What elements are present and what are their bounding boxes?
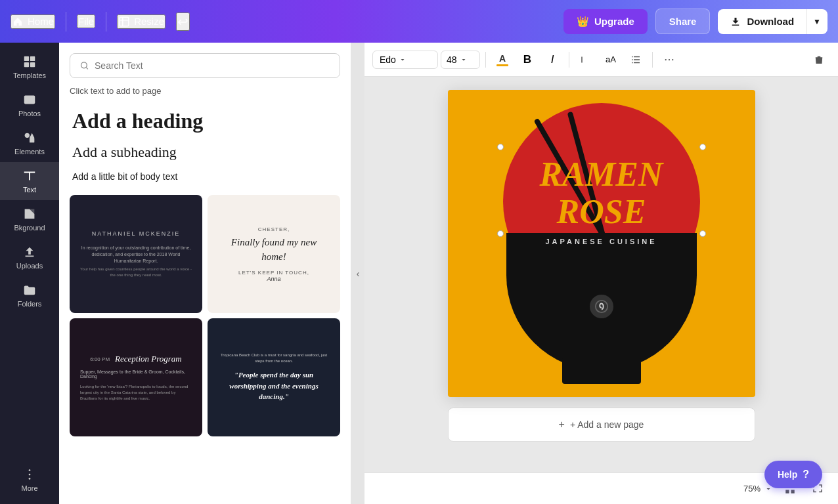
- zoom-level: 75%: [743, 484, 761, 494]
- home-label: Home: [28, 16, 54, 27]
- design-canvas[interactable]: RAMEN ROSE JAPANESE CUISINE: [448, 90, 755, 397]
- more-options-button[interactable]: [658, 49, 680, 71]
- click-hint: Click text to add to page: [59, 83, 351, 104]
- card1-name: NATHANIEL MCKENZIE: [92, 230, 181, 237]
- template-cards-grid: NATHANIEL MCKENZIE In recognition of you…: [59, 187, 351, 444]
- resize-label: Resize: [134, 16, 164, 27]
- template-card-3[interactable]: 6:00 PM Reception Program Supper, Messag…: [70, 318, 202, 436]
- bowl-base: [562, 358, 641, 384]
- selection-handle-tl: [497, 144, 504, 150]
- divider2: [106, 12, 106, 32]
- italic-button[interactable]: I: [541, 49, 563, 71]
- svg-rect-22: [785, 490, 789, 493]
- divider: [66, 12, 66, 32]
- svg-rect-2: [30, 56, 35, 61]
- add-subheading-button[interactable]: Add a subheading: [59, 138, 351, 166]
- title-line2: ROSE: [540, 193, 663, 230]
- line-spacing-button[interactable]: [575, 49, 597, 71]
- template-card-2[interactable]: CHESTER, Finally found my new home! LET'…: [208, 195, 340, 313]
- selection-handle-mr: [699, 230, 706, 237]
- card3-title: Reception Program: [115, 354, 182, 364]
- chevron-down-icon: [399, 56, 407, 64]
- sidebar-item-background[interactable]: Bkground: [0, 200, 59, 238]
- sidebar-item-text[interactable]: Text: [0, 162, 59, 200]
- font-name-value: Edo: [380, 54, 396, 65]
- svg-rect-4: [30, 62, 35, 67]
- svg-point-12: [81, 62, 87, 68]
- card4-intro: Tropicana Beach Club is a must for sangr…: [218, 352, 330, 364]
- sidebar-item-uploads[interactable]: Uploads: [0, 238, 59, 276]
- svg-rect-0: [120, 17, 129, 26]
- sidebar-item-elements[interactable]: Elements: [0, 124, 59, 162]
- card2-text: Finally found my new home!: [218, 235, 330, 264]
- template-card-1[interactable]: NATHANIEL MCKENZIE In recognition of you…: [70, 195, 202, 313]
- panel-collapse-handle[interactable]: ‹: [351, 43, 364, 504]
- svg-point-16: [672, 58, 673, 60]
- help-label: Help: [778, 469, 797, 480]
- svg-rect-1: [24, 56, 29, 61]
- card4-quote: "People spend the day sun worshipping an…: [218, 369, 330, 402]
- list-button[interactable]: [625, 49, 647, 71]
- sidebar-item-more[interactable]: More: [0, 461, 59, 499]
- topbar: Home File Resize ↩ 👑 Upgrade Share Downl…: [0, 0, 838, 43]
- font-color-button[interactable]: A: [491, 49, 514, 71]
- crown-icon: 👑: [577, 16, 589, 28]
- svg-rect-3: [24, 62, 29, 67]
- card2-sig: Anna: [267, 276, 280, 282]
- cuisine-text[interactable]: JAPANESE CUISINE: [545, 238, 657, 245]
- font-family-selector[interactable]: Edo: [372, 51, 438, 69]
- selection-handle-tr: [699, 144, 706, 150]
- resize-button[interactable]: Resize: [117, 14, 165, 29]
- font-size-selector[interactable]: 48: [441, 51, 480, 69]
- download-group: Download ▼: [718, 9, 827, 34]
- undo-button[interactable]: ↩: [176, 12, 190, 31]
- case-button[interactable]: aA: [600, 49, 622, 71]
- plus-icon: +: [559, 419, 565, 430]
- font-toolbar: Edo 48 A B I aA: [364, 43, 838, 77]
- text-panel: Click text to add to page Add a heading …: [59, 43, 351, 504]
- search-bar-inner: [70, 53, 340, 78]
- sidebar: Templates Photos Elements Text Bkground …: [0, 43, 59, 504]
- add-page-button[interactable]: + + Add a new page: [448, 408, 755, 442]
- home-button[interactable]: Home: [11, 14, 55, 29]
- canvas-frame[interactable]: RAMEN ROSE JAPANESE CUISINE: [448, 90, 755, 397]
- font-size-value: 48: [447, 54, 457, 65]
- svg-point-14: [665, 58, 667, 60]
- download-dropdown-button[interactable]: ▼: [806, 9, 827, 34]
- sidebar-label-background: Bkground: [14, 224, 45, 232]
- sidebar-label-folders: Folders: [18, 300, 42, 308]
- card2-footer: LET'S KEEP IN TOUCH,: [238, 270, 309, 276]
- zoom-control[interactable]: 75%: [743, 484, 772, 494]
- card1-body: Your help has given countless people aro…: [80, 266, 192, 278]
- sidebar-label-text: Text: [23, 186, 36, 194]
- share-button[interactable]: Share: [655, 9, 711, 34]
- ramen-title[interactable]: RAMEN ROSE: [540, 156, 663, 230]
- add-body-button[interactable]: Add a little bit of body text: [59, 166, 351, 187]
- bold-button[interactable]: B: [516, 49, 539, 71]
- add-page-label: + Add a new page: [570, 419, 644, 430]
- svg-point-7: [25, 133, 30, 138]
- delete-button[interactable]: [808, 49, 830, 71]
- help-button[interactable]: Help ?: [764, 461, 822, 488]
- toolbar-sep-1: [485, 52, 486, 68]
- upgrade-button[interactable]: 👑 Upgrade: [563, 9, 648, 34]
- svg-point-6: [26, 97, 29, 100]
- search-icon: [79, 60, 89, 71]
- sidebar-item-photos[interactable]: Photos: [0, 86, 59, 124]
- title-line1: RAMEN: [540, 156, 663, 193]
- file-button[interactable]: File: [77, 14, 95, 28]
- sidebar-label-templates: Templates: [13, 72, 46, 79]
- upgrade-label: Upgrade: [594, 16, 634, 27]
- card3-time: 6:00 PM: [90, 356, 110, 362]
- sidebar-item-folders[interactable]: Folders: [0, 276, 59, 314]
- svg-point-10: [29, 474, 31, 476]
- template-card-4[interactable]: Tropicana Beach Club is a must for sangr…: [208, 318, 340, 436]
- search-bar-container: [59, 43, 351, 83]
- download-button[interactable]: Download: [718, 9, 806, 34]
- canvas-inner: RAMEN ROSE JAPANESE CUISINE: [448, 90, 755, 442]
- svg-rect-23: [791, 490, 795, 493]
- search-input[interactable]: [95, 60, 330, 71]
- sidebar-item-templates[interactable]: Templates: [0, 48, 59, 86]
- canvas-scroll[interactable]: RAMEN ROSE JAPANESE CUISINE: [364, 77, 838, 472]
- add-heading-button[interactable]: Add a heading: [59, 104, 351, 138]
